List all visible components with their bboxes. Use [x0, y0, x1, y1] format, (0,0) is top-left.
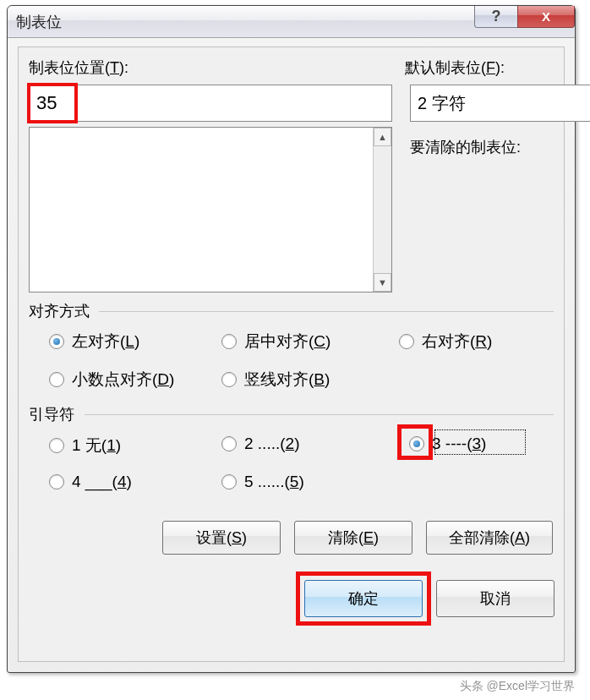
- radio-icon: [49, 372, 64, 387]
- leader-5-label: 5 ......(5): [244, 473, 304, 491]
- leader-4-option[interactable]: 4 ___(4): [49, 473, 132, 491]
- leader-1-option[interactable]: 1 无(1): [49, 435, 121, 457]
- radio-icon: [399, 334, 414, 349]
- align-center-option[interactable]: 居中对齐(C): [221, 331, 331, 353]
- set-button[interactable]: 设置(S): [162, 521, 281, 555]
- radio-icon: [221, 436, 237, 451]
- radio-icon: [221, 474, 237, 489]
- tab-position-input[interactable]: [29, 85, 392, 122]
- leader-3-option[interactable]: 3 ----(3): [409, 435, 486, 453]
- leader-2-label: 2 .....(2): [244, 435, 299, 453]
- leader-1-label: 1 无(1): [72, 435, 121, 457]
- clear-button[interactable]: 清除(E): [294, 521, 412, 555]
- dialog-client-area: 制表位位置(T): ▲ ▼ 默认制表位(F): ▲ ▼ 要清除的制表位: 对齐方…: [18, 46, 565, 662]
- default-tab-label: 默认制表位(F):: [405, 57, 554, 78]
- to-clear-label: 要清除的制表位:: [410, 137, 554, 157]
- scroll-up-button[interactable]: ▲: [374, 128, 391, 146]
- radio-icon: [221, 372, 237, 387]
- clear-all-button[interactable]: 全部清除(A): [426, 521, 553, 555]
- radio-icon: [221, 334, 237, 349]
- scroll-down-button[interactable]: ▼: [374, 273, 391, 292]
- cancel-button-label: 取消: [480, 588, 511, 609]
- leader-group-line: [85, 414, 554, 415]
- align-left-option[interactable]: 左对齐(L): [49, 331, 139, 353]
- default-tab-input[interactable]: [410, 85, 590, 122]
- align-center-label: 居中对齐(C): [244, 331, 331, 353]
- ok-button[interactable]: 确定: [304, 580, 423, 617]
- leader-group-label: 引导符: [29, 404, 74, 424]
- window-title: 制表位: [16, 12, 62, 32]
- title-bar: 制表位 ? X: [8, 6, 575, 38]
- help-icon: ?: [492, 8, 501, 25]
- align-bar-option[interactable]: 竖线对齐(B): [221, 369, 330, 391]
- radio-icon: [49, 438, 64, 453]
- align-decimal-option[interactable]: 小数点对齐(D): [49, 369, 174, 391]
- align-right-label: 右对齐(R): [422, 331, 492, 353]
- tabs-dialog-window: 制表位 ? X 制表位位置(T): ▲ ▼ 默认制表位(F): ▲ ▼: [7, 5, 576, 673]
- align-left-label: 左对齐(L): [72, 331, 139, 353]
- listbox-content: [30, 128, 373, 292]
- radio-icon: [49, 334, 64, 349]
- align-decimal-label: 小数点对齐(D): [72, 369, 174, 391]
- tab-position-label: 制表位位置(T):: [29, 57, 128, 78]
- leader-4-label: 4 ___(4): [72, 473, 132, 491]
- tab-positions-listbox[interactable]: ▲ ▼: [29, 127, 392, 293]
- listbox-scrollbar[interactable]: ▲ ▼: [373, 128, 391, 292]
- help-button[interactable]: ?: [474, 6, 518, 28]
- align-bar-label: 竖线对齐(B): [244, 369, 330, 391]
- leader-2-option[interactable]: 2 .....(2): [221, 435, 299, 453]
- default-tab-spinner: ▲ ▼: [410, 85, 554, 122]
- leader-5-option[interactable]: 5 ......(5): [221, 473, 304, 491]
- align-right-option[interactable]: 右对齐(R): [399, 331, 492, 353]
- leader-3-label: 3 ----(3): [432, 435, 486, 453]
- cancel-button[interactable]: 取消: [436, 580, 554, 617]
- watermark-text: 头条 @Excel学习世界: [455, 678, 580, 695]
- close-button[interactable]: X: [517, 6, 575, 28]
- radio-icon: [409, 436, 424, 451]
- alignment-group-line: [99, 311, 554, 312]
- close-icon: X: [542, 9, 550, 24]
- window-controls: ? X: [475, 6, 575, 30]
- ok-button-label: 确定: [348, 588, 379, 609]
- alignment-group-label: 对齐方式: [29, 301, 90, 321]
- radio-icon: [49, 474, 64, 489]
